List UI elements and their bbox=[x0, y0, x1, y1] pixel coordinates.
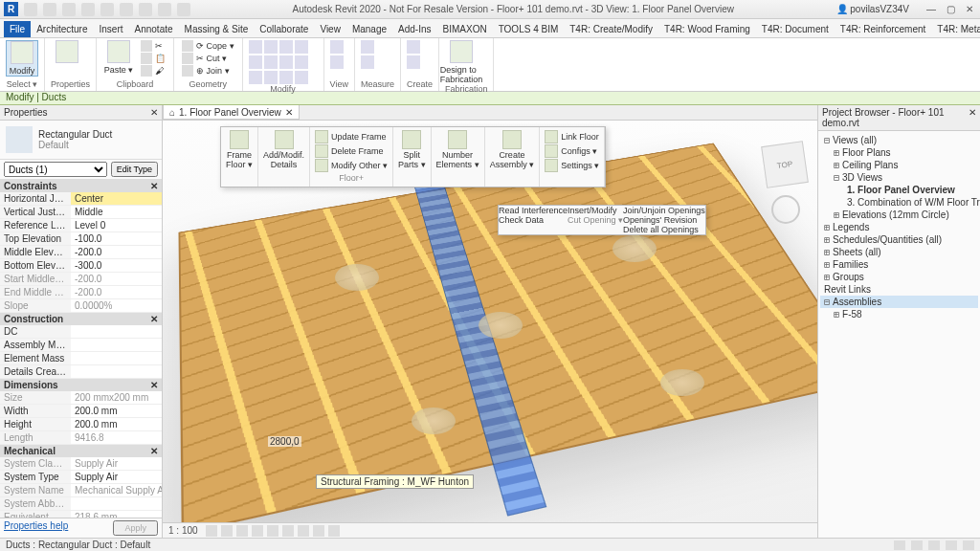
tab-insert[interactable]: Insert bbox=[93, 21, 128, 37]
tab-massing-site[interactable]: Massing & Site bbox=[179, 21, 255, 37]
tab-architecture[interactable]: Architecture bbox=[31, 21, 93, 37]
ribbon-icon[interactable] bbox=[264, 71, 278, 84]
ribbon-small-button[interactable]: ✂ Cut ▾ bbox=[180, 53, 236, 64]
tree-node[interactable]: ⊞Schedules/Quantities (all) bbox=[820, 233, 978, 246]
toolbar-stack-item[interactable]: Openings' Revision bbox=[623, 215, 705, 225]
prop-row[interactable]: Size200 mmx200 mm bbox=[0, 391, 162, 405]
scale-label[interactable]: 1 : 100 bbox=[168, 525, 198, 536]
ribbon-icon[interactable] bbox=[279, 71, 293, 84]
prop-row[interactable]: Details Created-Updated bbox=[0, 365, 162, 379]
tree-node[interactable]: ⊟Views (all) bbox=[820, 134, 978, 146]
prop-section-header[interactable]: Construction✕ bbox=[0, 313, 162, 325]
toolbar-group[interactable]: CreateAssembly ▾ bbox=[485, 127, 541, 187]
toolbar-group[interactable]: Insert/ModifyCut Opening ▾ bbox=[568, 206, 623, 234]
ribbon-icon[interactable] bbox=[279, 40, 293, 54]
prop-row[interactable]: Bottom Elevation-300.0 bbox=[0, 259, 162, 273]
toolbar-stack-item[interactable]: Link Floor bbox=[545, 130, 599, 143]
ribbon-icon[interactable] bbox=[249, 55, 262, 69]
prop-row[interactable]: Reference LevelLevel 0 bbox=[0, 219, 162, 232]
tab-bimaxon[interactable]: BIMAXON bbox=[437, 21, 493, 37]
ribbon-icon[interactable] bbox=[249, 71, 262, 84]
view-control-bar[interactable]: 1 : 100 bbox=[163, 522, 817, 538]
prop-row[interactable]: Width200.0 mm bbox=[0, 405, 162, 418]
ribbon-button[interactable]: Design to Fabrication bbox=[445, 40, 478, 84]
tree-node[interactable]: Revit Links bbox=[820, 283, 978, 296]
prop-row[interactable]: DC bbox=[0, 325, 162, 339]
tab-annotate[interactable]: Annotate bbox=[129, 21, 179, 37]
minimize-button[interactable]: — bbox=[924, 4, 938, 14]
quick-access-toolbar[interactable] bbox=[24, 3, 190, 16]
view-cube[interactable]: TOP bbox=[761, 141, 809, 188]
toolbar-group[interactable]: Add/Modif.Details bbox=[258, 127, 310, 187]
tree-node[interactable]: 1. Floor Panel Overview bbox=[820, 184, 978, 196]
prop-row[interactable]: Vertical JustificationMiddle bbox=[0, 206, 162, 219]
ribbon-small-button[interactable]: ✂ bbox=[139, 40, 167, 52]
viewport[interactable]: ⌂ 1. Floor Panel Overview ✕ 2800,0 Struc… bbox=[163, 105, 817, 538]
tab-manage[interactable]: Manage bbox=[346, 21, 392, 37]
toolbar-stack-item[interactable]: Delete all Openings bbox=[623, 225, 705, 234]
tree-node[interactable]: ⊞Ceiling Plans bbox=[820, 159, 978, 171]
ribbon-icon[interactable] bbox=[407, 55, 420, 69]
type-selector[interactable]: Rectangular Duct Default bbox=[0, 121, 162, 160]
ribbon-icon[interactable] bbox=[295, 55, 308, 69]
close-icon[interactable]: ✕ bbox=[285, 107, 293, 118]
ribbon-icon[interactable] bbox=[295, 71, 308, 84]
prop-row[interactable]: End Middle Elevation-200.0 bbox=[0, 286, 162, 299]
toolbar-group[interactable]: NumberElements ▾ bbox=[432, 127, 485, 187]
prop-row[interactable]: System ClassificationSupply Air bbox=[0, 457, 162, 471]
tree-node[interactable]: ⊞Sheets (all) bbox=[820, 246, 978, 258]
tab-collaborate[interactable]: Collaborate bbox=[254, 21, 314, 37]
properties-help-link[interactable]: Properties help bbox=[4, 520, 68, 536]
canvas-3d[interactable]: 2800,0 Structural Framing : M_WF Hunton … bbox=[163, 121, 817, 522]
prop-row[interactable]: Element Mass bbox=[0, 352, 162, 365]
tree-node[interactable]: ⊞Legends bbox=[820, 221, 978, 233]
toolbar-stack-item[interactable]: Join/Unjoin Openings bbox=[623, 206, 705, 215]
prop-row[interactable]: Assembly Mass bbox=[0, 339, 162, 352]
ribbon-icon[interactable] bbox=[361, 55, 374, 69]
toolbar-stack-item[interactable]: Delete Frame bbox=[315, 144, 388, 158]
tree-node[interactable]: ⊞Floor Plans bbox=[820, 146, 978, 159]
apply-button[interactable]: Apply bbox=[113, 520, 158, 536]
cut-opening-toolbar[interactable]: Read InterferenceCheck DataInsert/Modify… bbox=[498, 205, 706, 235]
toolbar-group[interactable]: Link FloorConfigs ▾Settings ▾ bbox=[540, 127, 605, 187]
prop-section-header[interactable]: Mechanical✕ bbox=[0, 445, 162, 457]
prop-section-header[interactable]: Constraints✕ bbox=[0, 180, 162, 192]
ribbon-small-button[interactable]: 🖌 bbox=[139, 65, 167, 77]
prop-row[interactable]: System Abbreviation bbox=[0, 497, 162, 511]
tree-node[interactable]: ⊞Groups bbox=[820, 271, 978, 283]
prop-row[interactable]: Slope0.0000% bbox=[0, 299, 162, 313]
view-tab-active[interactable]: ⌂ 1. Floor Panel Overview ✕ bbox=[163, 105, 300, 120]
app-logo[interactable]: R bbox=[4, 2, 18, 16]
ribbon-button[interactable] bbox=[51, 40, 83, 65]
toolbar-group[interactable]: SplitParts ▾ bbox=[393, 127, 432, 187]
tab-t4r-wood-framing[interactable]: T4R: Wood Framing bbox=[658, 21, 756, 37]
edit-type-button[interactable]: Edit Type bbox=[111, 162, 158, 177]
toolbar-group[interactable]: FrameFloor ▾ bbox=[221, 127, 258, 187]
floor-plus-toolbar[interactable]: FrameFloor ▾Add/Modif.DetailsUpdate Fram… bbox=[220, 126, 606, 187]
nav-wheel[interactable] bbox=[771, 195, 800, 224]
prop-row[interactable]: System TypeSupply Air bbox=[0, 471, 162, 484]
ribbon-icon[interactable] bbox=[264, 55, 278, 69]
tab-t4r-create-modify[interactable]: T4R: Create/Modify bbox=[564, 21, 658, 37]
prop-row[interactable]: Length9416.8 bbox=[0, 431, 162, 445]
toolbar-stack-item[interactable]: Modify Other ▾ bbox=[315, 159, 388, 172]
prop-row[interactable]: Start Middle Elevation-200.0 bbox=[0, 273, 162, 286]
ribbon-icon[interactable] bbox=[330, 55, 344, 69]
prop-row[interactable]: System NameMechanical Supply Air 8 bbox=[0, 484, 162, 497]
prop-section-header[interactable]: Dimensions✕ bbox=[0, 379, 162, 391]
close-icon[interactable]: ✕ bbox=[969, 107, 976, 128]
prop-row[interactable]: Horizontal JustificationCenter bbox=[0, 192, 162, 206]
tree-node[interactable]: ⊞Families bbox=[820, 258, 978, 271]
ribbon-small-button[interactable]: 📋 bbox=[139, 53, 167, 64]
ribbon-icon[interactable] bbox=[407, 40, 420, 54]
ribbon-icon[interactable] bbox=[279, 55, 293, 69]
tree-node[interactable]: ⊞F-58 bbox=[820, 308, 978, 320]
toolbar-stack-item[interactable]: Settings ▾ bbox=[545, 159, 599, 172]
ribbon-button[interactable]: Modify bbox=[6, 40, 38, 77]
floor-model[interactable] bbox=[178, 143, 817, 534]
ribbon-icon[interactable] bbox=[249, 40, 262, 54]
tree-node[interactable]: ⊟3D Views bbox=[820, 171, 978, 184]
user-label[interactable]: 👤 povilasVZ34V bbox=[836, 4, 909, 14]
tab-t4r-metal-framing[interactable]: T4R: Metal Framing bbox=[931, 21, 980, 37]
filter-select[interactable]: Ducts (1) bbox=[4, 162, 107, 177]
